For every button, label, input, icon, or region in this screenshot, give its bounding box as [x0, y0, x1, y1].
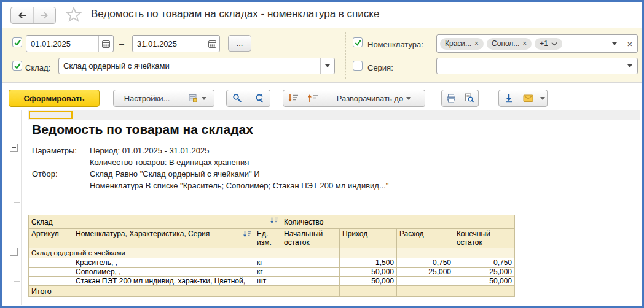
column-header-unit[interactable]: Ед. изм.: [254, 229, 281, 248]
search-button[interactable]: [226, 90, 248, 107]
expand-groups-button[interactable]: [283, 90, 304, 107]
preview-icon: [464, 93, 474, 103]
collapse-group-button[interactable]: [10, 248, 18, 256]
nomenclature-cell[interactable]: Стакан ПЭТ 200 мл индивид. харак-тки, Цв…: [73, 277, 254, 286]
cell[interactable]: [340, 286, 397, 297]
initial-cell[interactable]: [281, 268, 340, 277]
unit-cell[interactable]: кг: [254, 268, 281, 277]
nav-back-button[interactable]: [11, 7, 33, 23]
expense-cell[interactable]: 0,750: [397, 258, 454, 268]
table-column-header-row: Артикул Номенклатура, Характеристика, Се…: [29, 229, 515, 248]
series-dropdown-button[interactable]: [622, 58, 637, 74]
column-header-income[interactable]: Приход: [340, 229, 397, 248]
cell[interactable]: [397, 286, 454, 297]
cell[interactable]: [454, 248, 515, 258]
unit-cell[interactable]: кг: [254, 258, 281, 268]
column-header-nomenclature[interactable]: Номенклатура, Характеристика, Серия: [73, 229, 254, 248]
warehouse-input[interactable]: [59, 61, 320, 71]
envelope-icon: [523, 94, 533, 102]
cell[interactable]: [281, 286, 340, 297]
mail-menu-button[interactable]: [538, 90, 548, 107]
period-options-button[interactable]: ...: [228, 35, 251, 52]
warehouse-combo[interactable]: [58, 58, 335, 74]
article-cell[interactable]: [29, 277, 73, 286]
nomenclature-clear-button[interactable]: ×: [622, 35, 637, 52]
nav-forward-button[interactable]: [33, 7, 56, 23]
table-row[interactable]: Сополимер, , кг 50,000 25,000 25,000: [29, 268, 515, 277]
send-mail-button[interactable]: [518, 90, 538, 107]
warehouse-group-cell[interactable]: Склад ордерный с ячейками: [29, 248, 281, 258]
favorite-star-icon[interactable]: [66, 7, 82, 25]
total-row[interactable]: Итого: [29, 286, 515, 297]
warehouse-checkbox[interactable]: [12, 61, 22, 71]
filter-label: Отбор:: [32, 169, 58, 179]
search-repeat-icon: [254, 93, 264, 103]
period-to-input[interactable]: [133, 39, 205, 48]
nomenclature-dropdown-button[interactable]: [607, 35, 622, 52]
nomenclature-cell[interactable]: Сополимер, ,: [73, 268, 254, 277]
expense-cell[interactable]: 25,000: [397, 268, 454, 277]
period-to-calendar-button[interactable]: [205, 36, 219, 52]
column-header-final[interactable]: Конечный остаток: [454, 229, 515, 248]
series-combo[interactable]: [436, 58, 638, 74]
print-preview-button[interactable]: [460, 90, 479, 107]
initial-cell[interactable]: [281, 258, 340, 268]
filter-panel-divider: [345, 32, 346, 79]
collapse-group-button[interactable]: [10, 144, 18, 152]
column-header-expense[interactable]: Расход: [397, 229, 454, 248]
save-button[interactable]: [498, 90, 519, 107]
cell[interactable]: [281, 248, 340, 258]
warehouse-group-row[interactable]: Склад ордерный с ячейками: [29, 248, 515, 258]
table-row[interactable]: Стакан ПЭТ 200 мл индивид. харак-тки, Цв…: [29, 277, 515, 286]
unit-cell[interactable]: шт: [254, 277, 281, 286]
expense-cell[interactable]: [397, 277, 454, 286]
series-label: Серия:: [367, 63, 393, 72]
cell[interactable]: [454, 286, 515, 297]
print-button[interactable]: [441, 90, 460, 107]
income-cell[interactable]: 50,000: [340, 277, 397, 286]
expand-to-button[interactable]: Разворачивать до: [323, 90, 425, 107]
nomenclature-cell[interactable]: Краситель, ,: [73, 258, 254, 268]
income-cell[interactable]: 1,500: [340, 258, 397, 268]
warehouse-group-header[interactable]: Склад: [29, 215, 281, 229]
chip-remove-icon[interactable]: ×: [474, 39, 479, 48]
series-checkbox[interactable]: [353, 61, 363, 71]
table-row[interactable]: Краситель, , кг 1,500 0,750 0,750: [29, 258, 515, 268]
article-cell[interactable]: [29, 258, 73, 268]
quantity-group-header[interactable]: Количество: [281, 215, 515, 229]
chip-remove-icon[interactable]: ×: [522, 39, 527, 48]
income-cell[interactable]: 50,000: [340, 268, 397, 277]
nomenclature-chip[interactable]: Краси... ×: [440, 38, 484, 50]
final-cell[interactable]: 50,000: [454, 277, 515, 286]
warehouse-dropdown-button[interactable]: [320, 58, 334, 74]
filter-panel: – ... Номенклатура: Краси... ×: [0, 28, 644, 83]
nomenclature-checkbox[interactable]: [353, 37, 363, 47]
final-cell[interactable]: 25,000: [454, 268, 515, 277]
column-label: Начальный остаток: [284, 229, 323, 247]
period-from-calendar-button[interactable]: [98, 36, 113, 52]
search-next-button[interactable]: [248, 90, 270, 107]
nomenclature-label: Номенклатура:: [367, 40, 423, 49]
column-header-article[interactable]: Артикул: [29, 229, 73, 248]
generate-button[interactable]: Сформировать: [9, 90, 100, 107]
cell[interactable]: [397, 248, 454, 258]
cell[interactable]: [340, 248, 397, 258]
initial-cell[interactable]: [281, 277, 340, 286]
nomenclature-field[interactable]: Краси... × Сопол... × +1 ×: [436, 34, 638, 53]
article-cell[interactable]: [29, 268, 73, 277]
final-cell[interactable]: 0,750: [454, 258, 515, 268]
filter-warehouse-line: Склад Равно "Склад ордерный с ячейками" …: [90, 169, 259, 179]
collapse-groups-button[interactable]: [303, 90, 324, 107]
report-variant-button[interactable]: [180, 90, 214, 107]
period-checkbox[interactable]: [12, 37, 22, 47]
checkmark-icon: [14, 39, 22, 47]
nomenclature-chip[interactable]: Сопол... ×: [487, 38, 532, 50]
column-header-initial[interactable]: Начальный остаток: [281, 229, 340, 248]
settings-button[interactable]: Настройки...: [113, 90, 181, 107]
series-input[interactable]: [437, 61, 622, 71]
period-to-field: [132, 35, 220, 52]
period-from-input[interactable]: [26, 39, 98, 48]
nomenclature-more-chip[interactable]: +1: [535, 38, 562, 50]
group-bracket-line: [14, 256, 14, 282]
caret-down-icon: [202, 97, 206, 100]
